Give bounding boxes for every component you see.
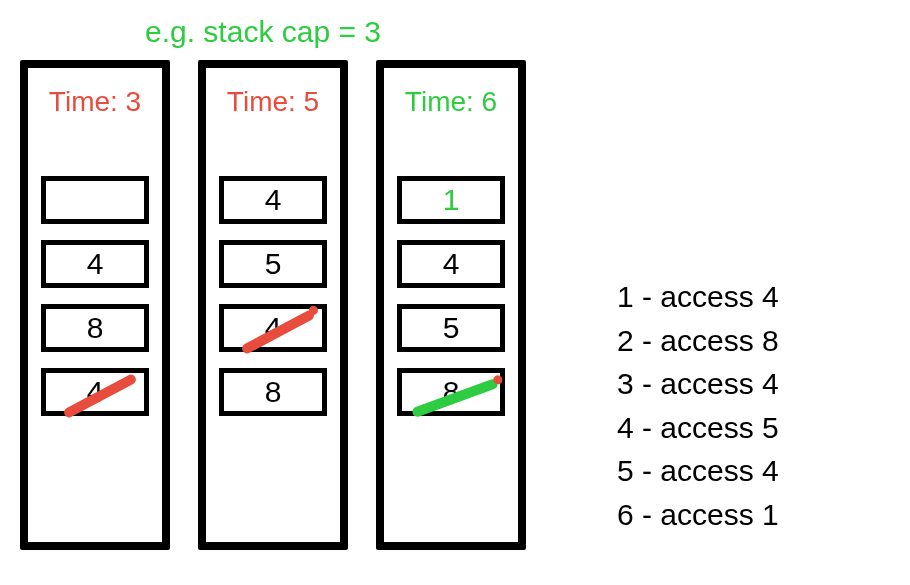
cell-value: 5 [265, 247, 282, 281]
stack-cell: 4 [397, 240, 505, 288]
log-line: 3 - access 4 [617, 362, 779, 406]
cell-value: 8 [265, 375, 282, 409]
stack-cell-evicted: 4 [41, 368, 149, 416]
diagram-title: e.g. stack cap = 3 [145, 15, 381, 49]
stack-cell: 5 [397, 304, 505, 352]
stack-time-6: Time: 6 1 4 5 8 [376, 60, 526, 550]
stacks-row: Time: 3 4 8 4 Time: 5 4 5 4 8 Time: 6 1 … [20, 60, 526, 550]
cell-value: 5 [443, 311, 460, 345]
time-label: Time: 5 [227, 86, 319, 118]
log-line: 1 - access 4 [617, 275, 779, 319]
stack-cell: 8 [219, 368, 327, 416]
log-line: 2 - access 8 [617, 319, 779, 363]
cell-value: 4 [265, 183, 282, 217]
time-label: Time: 6 [405, 86, 497, 118]
cell-value: 4 [443, 247, 460, 281]
stack-cell-evicted: 4 [219, 304, 327, 352]
stack-cell: 4 [41, 240, 149, 288]
stack-cell [41, 176, 149, 224]
stack-cell-inserted: 1 [397, 176, 505, 224]
stack-time-3: Time: 3 4 8 4 [20, 60, 170, 550]
stack-cell: 8 [41, 304, 149, 352]
access-log: 1 - access 4 2 - access 8 3 - access 4 4… [617, 275, 779, 536]
time-label: Time: 3 [49, 86, 141, 118]
stack-cell: 4 [219, 176, 327, 224]
log-line: 6 - access 1 [617, 493, 779, 537]
cell-value: 4 [87, 247, 104, 281]
stack-time-5: Time: 5 4 5 4 8 [198, 60, 348, 550]
stack-cell-evicted: 8 [397, 368, 505, 416]
log-line: 5 - access 4 [617, 449, 779, 493]
log-line: 4 - access 5 [617, 406, 779, 450]
stack-cell: 5 [219, 240, 327, 288]
cell-value: 1 [443, 183, 460, 217]
cell-value: 8 [87, 311, 104, 345]
